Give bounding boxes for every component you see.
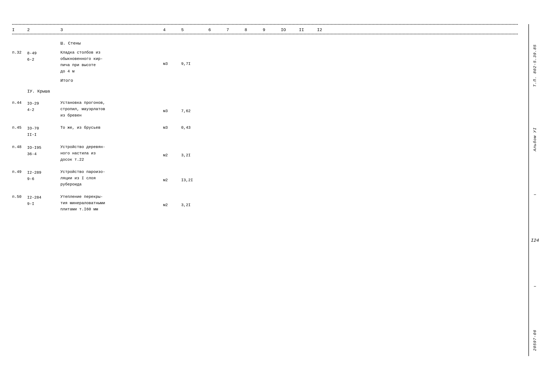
row-p49-col5: I3,2I	[181, 169, 208, 182]
side-label-sep2: –	[533, 284, 536, 289]
row-p50-col2: I2-284 9-I	[27, 194, 60, 207]
section-4-title-text: IУ. Крыша	[27, 89, 50, 94]
row-p49-col3: Устройство пароизо-ляции из I слояруберо…	[60, 169, 163, 188]
header-col5: 5	[181, 28, 208, 32]
row-p48: п.48 IO-I95 36-4 Устройство деревян-ного…	[12, 142, 518, 164]
row-p44-col2: IO-29 4-2	[27, 100, 60, 113]
side-label-sep1: –	[533, 192, 536, 197]
row-p48-col1: п.48	[12, 144, 27, 149]
row-p49-col4: м2	[163, 169, 181, 182]
content-area: Ш. Стены п.32 8-49 6-2 Кладка столбов из…	[12, 34, 518, 214]
side-label-bottom-num: 20597-06	[533, 330, 537, 351]
row-p45-col5: 0,43	[181, 125, 208, 130]
itogo-text: Итого	[60, 78, 73, 83]
main-content: I 2 3 4 5 6 7 8 9 IO II I2 Ш. Стены п.32…	[12, 24, 518, 214]
row-p50: п.50 I2-284 9-I Утепление перекры-тия ми…	[12, 192, 518, 214]
row-p32: п.32 8-49 6-2 Кладка столбов изобыкновен…	[12, 48, 518, 76]
side-label-album: Альбом УI	[533, 127, 537, 151]
row-p44-col4: м3	[163, 100, 181, 113]
row-p32-col3: Кладка столбов изобыкновенного кир-пича …	[60, 49, 163, 75]
right-side-labels: Т.П. 802-5.39.85 Альбом УI – I24 – 20597…	[529, 24, 541, 371]
header-col7: 7	[226, 28, 245, 32]
row-p45: п.45 IO-70 II-I То же, из брусьев м3 0,4…	[12, 123, 518, 140]
row-p50-col1: п.50	[12, 194, 27, 199]
row-p44-col1: п.44	[12, 100, 27, 105]
row-p45-col1: п.45	[12, 125, 27, 130]
row-p45-col3: То же, из брусьев	[60, 125, 163, 131]
header-col3: 3	[60, 28, 163, 32]
row-p50-col4: м2	[163, 194, 181, 207]
header-col9: 9	[263, 28, 281, 32]
page: I 2 3 4 5 6 7 8 9 IO II I2 Ш. Стены п.32…	[0, 0, 544, 392]
header-col6: 6	[208, 28, 226, 32]
row-p44: п.44 IO-29 4-2 Установка прогонов,стропи…	[12, 98, 518, 120]
row-p32-col5: 9,7I	[181, 49, 208, 66]
header-col12: I2	[317, 28, 335, 32]
row-p48-col2: IO-I95 36-4	[27, 144, 60, 157]
row-p48-col4: м2	[163, 144, 181, 158]
row-p48-col5: 3,2I	[181, 144, 208, 158]
section-4-title: IУ. Крыша	[12, 87, 518, 96]
header-col10: IO	[281, 28, 299, 32]
row-p49-col2: I2-289 9-6	[27, 169, 60, 182]
row-p44-col5: 7,62	[181, 100, 208, 113]
header-col1: I	[12, 28, 27, 32]
row-p32-col1: п.32	[12, 49, 27, 55]
row-p50-col5: 3,2I	[181, 194, 208, 207]
row-p48-col3: Устройство деревян-ного настила издосок …	[60, 144, 163, 163]
side-label-I24: I24	[531, 238, 539, 243]
header-col2: 2	[27, 28, 60, 32]
row-p49: п.49 I2-289 9-6 Устройство пароизо-ляции…	[12, 167, 518, 189]
row-p44-col3: Установка прогонов,стропил, мауэрлатовиз…	[60, 100, 163, 119]
row-p45-col4: м3	[163, 125, 181, 130]
header-row: I 2 3 4 5 6 7 8 9 IO II I2	[12, 25, 518, 34]
header-col11: II	[299, 28, 317, 32]
row-p45-col2: IO-70 II-I	[27, 125, 60, 138]
itogo-row: Итого	[12, 76, 518, 87]
row-p50-col3: Утепление перекры-тия минераловатнымипли…	[60, 194, 163, 213]
row-p32-col4: м3	[163, 49, 181, 66]
row-p49-col1: п.49	[12, 169, 27, 174]
side-label-doc-num: Т.П. 802-5.39.85	[533, 44, 537, 87]
section-3-title-text: Ш. Стены	[60, 41, 81, 46]
row-p32-col2: 8-49 6-2	[27, 49, 60, 63]
header-col8: 8	[245, 28, 263, 32]
header-col4: 4	[163, 28, 181, 32]
section-3-title: Ш. Стены	[12, 39, 518, 48]
